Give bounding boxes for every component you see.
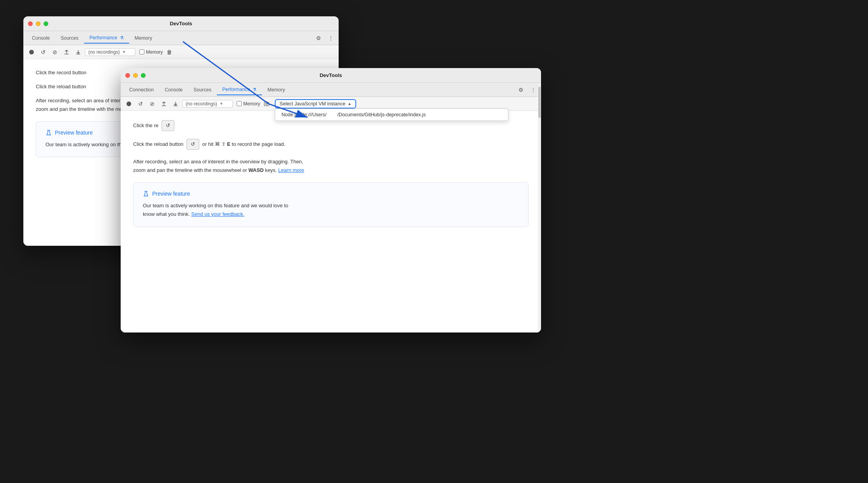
front-toolbar: ↺ ⊘ (no recordings) ▼ Memory Select Java… — [121, 97, 541, 111]
back-tab-sources[interactable]: Sources — [55, 33, 84, 43]
back-memory-check[interactable] — [139, 49, 144, 54]
back-tabbar-icons: ⚙ ⋮ — [314, 33, 336, 43]
back-clear-btn[interactable]: ⊘ — [50, 47, 60, 57]
back-delete-btn[interactable]: 🗑 — [164, 47, 174, 57]
back-tab-memory[interactable]: Memory — [129, 33, 158, 43]
front-more-icon[interactable]: ⋮ — [529, 85, 538, 94]
front-window: DevTools Connection Console Sources Perf… — [121, 68, 541, 332]
front-preview-body: Our team is actively working on this fea… — [143, 201, 519, 219]
back-recordings-dropdown[interactable]: (no recordings) ▼ — [85, 48, 135, 56]
front-tabbar-icons: ⚙ ⋮ — [516, 85, 538, 94]
back-titlebar: DevTools — [23, 16, 339, 31]
front-vm-select-wrapper: Select JavaScript VM instance ▲ Node.js:… — [275, 99, 356, 108]
front-reload-kbd: ↺ — [162, 120, 174, 131]
front-maximize-btn[interactable] — [141, 73, 146, 78]
front-clear-btn[interactable]: ⊘ — [147, 99, 157, 109]
front-titlebar: DevTools — [121, 68, 541, 83]
front-performance-beaker-icon: ⚗ — [253, 87, 257, 92]
back-minimize-btn[interactable] — [36, 21, 40, 26]
front-beaker-icon — [143, 191, 149, 197]
front-tab-memory[interactable]: Memory — [262, 85, 290, 95]
back-performance-beaker-icon: ⚗ — [120, 35, 124, 40]
front-close-btn[interactable] — [125, 73, 130, 78]
front-upload-btn[interactable] — [159, 99, 169, 109]
front-scrollbar-thumb[interactable] — [538, 87, 541, 118]
front-preview-title-label: Preview feature — [152, 191, 190, 197]
back-toolbar: ↺ ⊘ (no recordings) ▼ Memory 🗑 — [23, 45, 339, 59]
front-line2: Click the reload button ↺ or hit ⌘ ⇧ E t… — [133, 139, 529, 150]
back-memory-checkbox: Memory — [139, 49, 163, 55]
front-tabbar: Connection Console Sources Performance ⚗… — [121, 83, 541, 97]
back-tab-console[interactable]: Console — [26, 33, 55, 43]
front-traffic-lights — [125, 73, 146, 78]
front-record-btn[interactable] — [124, 99, 134, 109]
front-vm-select-arrow-icon: ▲ — [348, 102, 351, 106]
back-tabbar: Console Sources Performance ⚗ Memory ⚙ ⋮ — [23, 31, 339, 45]
front-tab-performance[interactable]: Performance ⚗ — [217, 84, 262, 95]
front-tab-connection[interactable]: Connection — [124, 85, 159, 95]
front-download-btn[interactable] — [170, 99, 181, 109]
front-preview-title-row: Preview feature — [143, 191, 519, 197]
front-memory-check[interactable] — [237, 101, 242, 106]
front-line1: Click the re ↺ — [133, 120, 529, 131]
front-content: Click the re ↺ Click the reload button ↺… — [121, 111, 541, 332]
back-dropdown-arrow-icon: ▼ — [122, 50, 126, 54]
front-vm-select-label: Select JavaScript VM instance — [279, 101, 345, 107]
front-memory-checkbox: Memory — [237, 101, 260, 107]
front-screenshot-btn[interactable] — [262, 99, 272, 109]
front-vm-select[interactable]: Select JavaScript VM instance ▲ — [275, 99, 356, 108]
back-maximize-btn[interactable] — [44, 21, 48, 26]
front-reload-btn[interactable]: ↺ — [135, 99, 146, 109]
front-dropdown-arrow-icon: ▼ — [220, 102, 223, 106]
back-settings-icon[interactable]: ⚙ — [314, 33, 323, 43]
back-download-btn[interactable] — [73, 47, 83, 57]
front-window-title: DevTools — [320, 72, 342, 78]
front-tab-sources[interactable]: Sources — [188, 85, 217, 95]
back-record-btn[interactable] — [26, 47, 37, 57]
back-window-title: DevTools — [170, 21, 192, 26]
svg-rect-6 — [264, 102, 269, 106]
svg-point-3 — [127, 102, 131, 106]
front-learn-more-link[interactable]: Learn more — [278, 167, 304, 173]
front-tab-console[interactable]: Console — [159, 85, 188, 95]
front-reload-kbd2: ↺ — [186, 139, 199, 150]
svg-point-0 — [29, 50, 34, 54]
back-upload-btn[interactable] — [61, 47, 72, 57]
svg-point-7 — [266, 103, 267, 105]
front-recordings-dropdown[interactable]: (no recordings) ▼ — [182, 100, 233, 108]
back-beaker-icon — [46, 130, 52, 136]
back-tab-performance[interactable]: Performance ⚗ — [84, 33, 129, 44]
front-vm-dropdown: Node.js: file:///Users/ /Documents/GitHu… — [275, 108, 508, 121]
front-line3: After recording, select an area of inter… — [133, 158, 529, 175]
front-scrollbar-track — [538, 83, 541, 332]
back-reload-btn[interactable]: ↺ — [38, 47, 48, 57]
back-traffic-lights — [28, 21, 48, 26]
front-feedback-link[interactable]: Send us your feedback. — [191, 211, 244, 217]
front-settings-icon[interactable]: ⚙ — [516, 85, 525, 94]
front-minimize-btn[interactable] — [133, 73, 138, 78]
back-more-icon[interactable]: ⋮ — [326, 33, 336, 43]
back-close-btn[interactable] — [28, 21, 33, 26]
front-preview-box: Preview feature Our team is actively wor… — [133, 182, 529, 227]
front-vm-option[interactable]: Node.js: file:///Users/ /Documents/GitHu… — [275, 109, 508, 121]
